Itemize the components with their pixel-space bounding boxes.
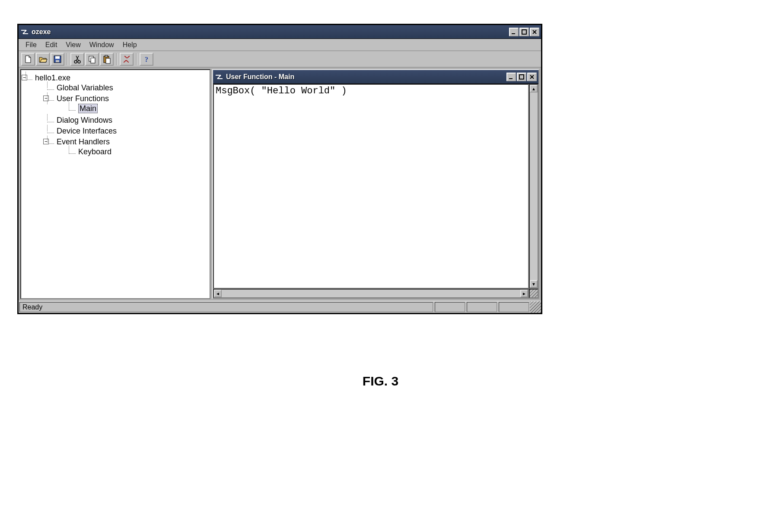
size-grip-icon[interactable] <box>530 301 541 313</box>
status-text: Ready <box>19 302 433 312</box>
svg-rect-13 <box>509 78 513 79</box>
save-button[interactable] <box>51 53 64 66</box>
editor-titlebar[interactable]: User Function - Main <box>213 70 538 84</box>
app-icon <box>20 29 29 35</box>
editor-maximize-button[interactable] <box>517 73 526 81</box>
svg-rect-0 <box>512 33 515 34</box>
status-pane <box>499 302 529 312</box>
tree-node-root[interactable]: hello1.exe <box>35 73 70 82</box>
scroll-right-icon[interactable]: ► <box>520 290 528 297</box>
menu-edit[interactable]: Edit <box>41 40 62 50</box>
tree-toggle-icon[interactable]: − <box>43 139 49 144</box>
copy-button[interactable] <box>85 53 99 66</box>
svg-point-6 <box>78 61 80 63</box>
menu-file[interactable]: File <box>21 40 41 50</box>
figure-label: FIG. 3 <box>0 374 761 389</box>
menu-help[interactable]: Help <box>118 40 141 50</box>
maximize-button[interactable] <box>519 28 529 36</box>
svg-rect-10 <box>105 55 108 57</box>
client-area: − hello1.exe Global Variables − User Fun… <box>19 67 541 301</box>
svg-rect-8 <box>91 58 95 63</box>
paste-button[interactable] <box>100 53 114 66</box>
open-button[interactable] <box>36 53 50 66</box>
tree-node-dialog-windows[interactable]: Dialog Windows <box>57 116 112 124</box>
app-icon <box>215 73 223 80</box>
tree-node-global-variables[interactable]: Global Variables <box>57 83 113 92</box>
cut-button[interactable] <box>70 53 84 66</box>
tree-toggle-icon[interactable]: − <box>22 75 27 80</box>
new-button[interactable] <box>21 53 35 66</box>
editor-window: User Function - Main MsgBox( "Hello Worl… <box>212 69 539 299</box>
toolbar-separator <box>67 53 68 65</box>
svg-rect-11 <box>106 58 110 64</box>
scroll-down-icon[interactable]: ▼ <box>530 280 538 288</box>
horizontal-scrollbar[interactable]: ◄ ► <box>213 289 529 298</box>
tree-toggle-icon[interactable]: − <box>43 96 49 101</box>
menu-view[interactable]: View <box>61 40 85 50</box>
window-title: ozexe <box>32 28 508 36</box>
close-button[interactable] <box>530 28 539 36</box>
project-tree[interactable]: − hello1.exe Global Variables − User Fun… <box>20 69 210 299</box>
tree-node-event-handlers[interactable]: Event Handlers <box>57 137 110 146</box>
size-grip-icon[interactable] <box>529 289 538 298</box>
tree-node-keyboard[interactable]: Keyboard <box>78 147 111 156</box>
help-button[interactable]: ? <box>140 53 153 66</box>
application-window: ozexe File Edit View Window Help <box>17 24 542 314</box>
editor-window-title: User Function - Main <box>226 73 506 81</box>
svg-point-5 <box>74 61 77 63</box>
editor-close-button[interactable] <box>527 73 537 81</box>
scroll-left-icon[interactable]: ◄ <box>214 290 222 297</box>
minimize-button[interactable] <box>509 28 519 36</box>
editor-minimize-button[interactable] <box>506 73 516 81</box>
menubar: File Edit View Window Help <box>19 39 541 51</box>
tree-node-main[interactable]: Main <box>78 104 98 113</box>
svg-text:?: ? <box>145 56 148 63</box>
status-pane <box>435 302 465 312</box>
scroll-up-icon[interactable]: ▲ <box>530 85 538 92</box>
svg-rect-4 <box>56 60 59 62</box>
vertical-scrollbar[interactable]: ▲ ▼ <box>529 84 538 289</box>
svg-rect-14 <box>519 75 524 79</box>
svg-rect-1 <box>522 30 526 34</box>
code-editor[interactable]: MsgBox( "Hello World" ) <box>213 84 529 289</box>
status-pane <box>467 302 497 312</box>
toolbar: ? <box>19 51 541 67</box>
svg-rect-3 <box>55 56 60 59</box>
tree-node-device-interfaces[interactable]: Device Interfaces <box>57 127 117 135</box>
menu-window[interactable]: Window <box>85 40 118 50</box>
run-button[interactable] <box>120 53 134 66</box>
toolbar-separator <box>116 53 117 65</box>
statusbar: Ready <box>19 301 541 313</box>
toolbar-separator <box>136 53 137 65</box>
tree-node-user-functions[interactable]: User Functions <box>57 94 109 103</box>
titlebar[interactable]: ozexe <box>19 25 541 39</box>
